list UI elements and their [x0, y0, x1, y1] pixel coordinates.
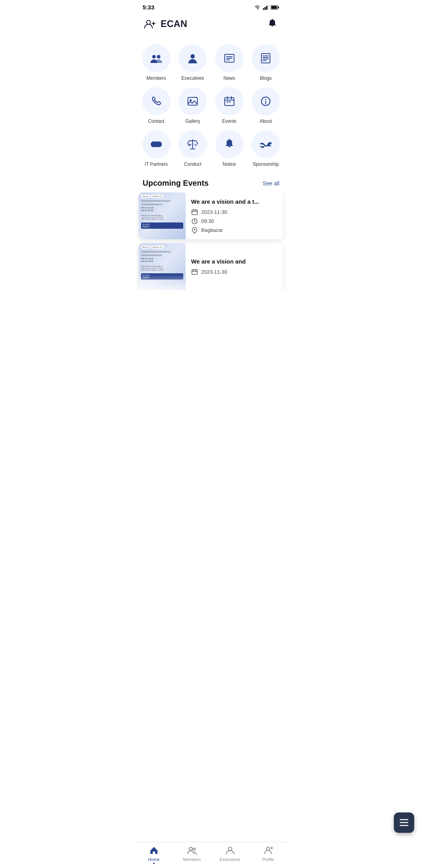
status-icons — [254, 5, 279, 10]
menu-label-about: About — [260, 118, 272, 124]
menu-item-news[interactable]: News — [214, 44, 245, 81]
menu-icon-blogs — [252, 44, 280, 72]
event-date: 2023-11-30 — [201, 209, 227, 215]
svg-point-7 — [147, 20, 150, 24]
menu-item-notice[interactable]: Notice — [214, 130, 245, 167]
menu-item-executives[interactable]: Executives — [178, 44, 208, 81]
menu-item-members[interactable]: Members — [141, 44, 172, 81]
event-info: We are a vision and a t... 2023-11-30 09… — [186, 192, 283, 239]
event-meta: 2023-11-30 — [191, 269, 278, 276]
event-info: We are a vision and 2023-11-30 — [186, 243, 283, 290]
menu-label-gallery: Gallery — [185, 118, 200, 124]
svg-rect-23 — [188, 97, 197, 105]
svg-point-11 — [152, 55, 156, 59]
menu-label-notice: Notice — [223, 161, 236, 167]
menu-label-members: Members — [147, 75, 166, 81]
clock-icon — [191, 218, 198, 225]
upcoming-events-title: Upcoming Events — [143, 179, 209, 188]
event-thumbnail: HomeAbout Us We are a visio...We are ECA… — [139, 243, 186, 290]
svg-rect-6 — [272, 6, 277, 9]
event-card[interactable]: HomeAbout Us We are a visio...We are ECA… — [139, 243, 283, 290]
event-date-row: 2023-11-30 — [191, 209, 278, 216]
header-left: ECAN — [143, 17, 187, 31]
menu-item-it-partners[interactable]: IT Partners — [141, 130, 172, 167]
svg-rect-2 — [266, 6, 267, 10]
calendar-icon — [191, 269, 198, 276]
menu-item-gallery[interactable]: Gallery — [178, 87, 208, 124]
svg-line-46 — [195, 221, 196, 222]
menu-label-blogs: Blogs — [260, 75, 272, 81]
menu-label-conduct: Conduct — [184, 161, 202, 167]
svg-line-37 — [196, 141, 198, 144]
menu-item-blogs[interactable]: Blogs — [251, 44, 281, 81]
menu-icon-it-partners — [142, 130, 170, 158]
app-title: ECAN — [161, 18, 187, 29]
menu-item-sponsorship[interactable]: Sponsorship — [251, 130, 281, 167]
event-title: We are a vision and a t... — [191, 198, 278, 206]
svg-rect-29 — [227, 101, 228, 102]
event-time-row: 09:30 — [191, 218, 278, 225]
svg-rect-3 — [268, 5, 268, 10]
menu-icon-news — [215, 44, 243, 72]
upcoming-events-header: Upcoming Events See all — [135, 175, 287, 192]
menu-icon-about — [252, 87, 280, 115]
event-date-row: 2023-11-30 — [191, 269, 278, 276]
svg-rect-48 — [192, 270, 197, 274]
see-all-button[interactable]: See all — [263, 180, 279, 187]
events-list: HomeAbout Us We are a visio...We are ECA… — [135, 192, 287, 290]
menu-icon-gallery — [179, 87, 207, 115]
menu-item-events[interactable]: Events — [214, 87, 245, 124]
svg-point-32 — [265, 99, 266, 100]
menu-label-news: News — [224, 75, 235, 81]
svg-rect-0 — [263, 8, 264, 10]
svg-point-12 — [157, 55, 160, 59]
event-location-row: Bagbazar — [191, 227, 278, 234]
status-bar: 5:33 — [135, 0, 287, 13]
wifi-icon — [254, 5, 261, 10]
battery-icon — [271, 5, 279, 10]
menu-icon-contact — [142, 87, 170, 115]
menu-icon-notice — [215, 130, 243, 158]
location-icon — [191, 227, 198, 234]
svg-point-24 — [190, 99, 192, 101]
svg-point-13 — [191, 54, 195, 59]
svg-rect-1 — [265, 7, 266, 10]
header: ECAN — [135, 13, 287, 36]
menu-label-contact: Contact — [148, 118, 164, 124]
menu-icon-events — [215, 87, 243, 115]
menu-icon-members — [142, 44, 170, 72]
menu-icon-conduct — [179, 130, 207, 158]
menu-label-executives: Executives — [181, 75, 204, 81]
svg-rect-18 — [261, 54, 270, 63]
menu-label-sponsorship: Sponsorship — [253, 161, 279, 167]
menu-label-events: Events — [222, 118, 236, 124]
event-meta: 2023-11-30 09:30 Bagbazar — [191, 209, 278, 234]
menu-item-conduct[interactable]: Conduct — [178, 130, 208, 167]
event-thumbnail: HomeAbout Us We are a visio...We are ECA… — [139, 192, 186, 239]
event-date: 2023-11-30 — [201, 269, 227, 275]
svg-point-47 — [194, 229, 195, 230]
status-time: 5:33 — [143, 4, 154, 11]
event-card[interactable]: HomeAbout Us We are a visio...We are ECA… — [139, 192, 283, 239]
event-title: We are a vision and — [191, 258, 278, 265]
event-location: Bagbazar — [201, 227, 223, 233]
menu-label-it-partners: IT Partners — [145, 161, 168, 167]
menu-item-contact[interactable]: Contact — [141, 87, 172, 124]
svg-rect-40 — [192, 210, 197, 215]
event-time: 09:30 — [201, 218, 214, 224]
svg-line-36 — [188, 141, 189, 144]
signal-icon — [263, 5, 268, 10]
svg-rect-5 — [278, 6, 279, 8]
add-person-button[interactable] — [143, 17, 157, 31]
menu-icon-executives — [179, 44, 207, 72]
calendar-icon — [191, 209, 198, 216]
menu-grid: MembersExecutivesNewsBlogsContactGallery… — [135, 36, 287, 175]
menu-item-about[interactable]: About — [251, 87, 281, 124]
svg-rect-30 — [229, 101, 231, 102]
notification-bell-button[interactable] — [265, 17, 279, 31]
menu-icon-sponsorship — [252, 130, 280, 158]
